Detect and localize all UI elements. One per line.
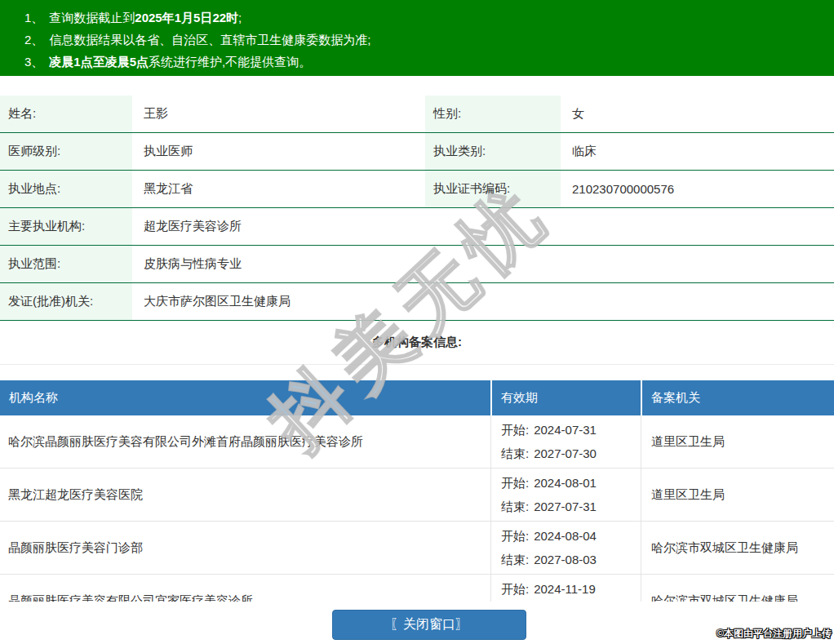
notice-text-segment: 凌晨1点至凌晨5点 xyxy=(49,55,149,69)
info-row: 执业地点:黑龙江省执业证书编码:210230700000576 xyxy=(0,171,834,208)
validity-cell: 开始:2024-07-31结束:2027-07-30 xyxy=(490,415,641,468)
validity-end: 结束:2027-07-30 xyxy=(501,442,641,465)
validity-start: 开始:2024-08-04 xyxy=(501,524,641,548)
notice-line-2: 2、信息数据结果以各省、自治区、直辖市卫生健康委数据为准; xyxy=(24,29,826,51)
start-label: 开始: xyxy=(501,529,529,543)
notice-number: 1、 xyxy=(24,11,43,24)
validity-end: 结束:2027-07-31 xyxy=(501,495,641,518)
info-row: 医师级别:执业医师执业类别:临床 xyxy=(0,133,834,171)
field-label: 执业范围: xyxy=(0,246,132,282)
field-label: 执业地点: xyxy=(0,171,132,207)
field-value: 王影 xyxy=(132,95,425,132)
field-value: 黑龙江省 xyxy=(132,171,425,207)
end-date: 2027-07-31 xyxy=(534,500,597,513)
records-section-title: 多机构备案信息: xyxy=(0,321,834,365)
start-label: 开始: xyxy=(501,423,529,437)
end-label: 结束: xyxy=(501,553,529,566)
field-value: 女 xyxy=(561,95,834,132)
field-label: 执业证书编码: xyxy=(425,171,561,207)
field-label: 主要执业机构: xyxy=(0,208,132,245)
table-row: 晶颜丽肤医疗美容门诊部开始:2024-08-04结束:2027-08-03哈尔滨… xyxy=(0,522,834,575)
records-gap xyxy=(0,365,834,380)
agency-cell: 哈尔滨市双城区卫生健康局 xyxy=(641,522,834,574)
field-value: 超龙医疗美容诊所 xyxy=(132,208,834,245)
start-label: 开始: xyxy=(501,582,529,596)
end-date: 2027-08-03 xyxy=(534,553,597,566)
validity-end: 结束:2027-08-03 xyxy=(501,548,641,571)
table-row: 哈尔滨晶颜丽肤医疗美容有限公司外滩首府晶颜丽肤医疗美容诊所开始:2024-07-… xyxy=(0,415,834,469)
institution-name-cell: 哈尔滨晶颜丽肤医疗美容有限公司外滩首府晶颜丽肤医疗美容诊所 xyxy=(0,415,490,468)
doctor-info-table: 姓名:王影性别:女医师级别:执业医师执业类别:临床执业地点:黑龙江省执业证书编码… xyxy=(0,95,834,321)
notice-number: 3、 xyxy=(24,55,43,69)
table-row: 黑龙江超龙医疗美容医院开始:2024-08-01结束:2027-07-31道里区… xyxy=(0,469,834,522)
notice-line-3: 3、凌晨1点至凌晨5点系统进行维护,不能提供查询。 xyxy=(24,51,826,73)
field-label: 性别: xyxy=(425,95,561,132)
end-date: 2027-07-30 xyxy=(534,446,597,460)
column-header-col-agency: 备案机关 xyxy=(641,380,834,415)
institution-name-cell: 黑龙江超龙医疗美容医院 xyxy=(0,469,490,521)
field-value: 大庆市萨尔图区卫生健康局 xyxy=(132,283,834,320)
footer-bar: 〖关闭窗口〗 ©本图由平台注册用户上传 xyxy=(0,602,834,644)
info-row: 姓名:王影性别:女 xyxy=(0,95,834,133)
agency-cell: 道里区卫生局 xyxy=(641,415,834,468)
notice-text-segment: 2025年1月5日22时 xyxy=(135,11,238,24)
validity-cell: 开始:2024-08-04结束:2027-08-03 xyxy=(490,522,641,574)
info-row: 主要执业机构:超龙医疗美容诊所 xyxy=(0,208,834,246)
info-row: 发证(批准)机关:大庆市萨尔图区卫生健康局 xyxy=(0,283,834,321)
notice-number: 2、 xyxy=(24,33,43,47)
notice-banner: 1、查询数据截止到2025年1月5日22时;2、信息数据结果以各省、自治区、直辖… xyxy=(0,0,834,76)
start-date: 2024-11-19 xyxy=(534,582,596,596)
field-value: 皮肤病与性病专业 xyxy=(132,246,834,282)
info-row: 执业范围:皮肤病与性病专业 xyxy=(0,246,834,283)
records-table: 机构名称有效期备案机关 哈尔滨晶颜丽肤医疗美容有限公司外滩首府晶颜丽肤医疗美容诊… xyxy=(0,380,834,628)
validity-start: 开始:2024-08-01 xyxy=(501,471,641,495)
start-date: 2024-08-04 xyxy=(534,529,597,543)
start-date: 2024-07-31 xyxy=(534,423,597,437)
validity-cell: 开始:2024-08-01结束:2027-07-31 xyxy=(490,469,641,521)
records-table-body: 哈尔滨晶颜丽肤医疗美容有限公司外滩首府晶颜丽肤医疗美容诊所开始:2024-07-… xyxy=(0,415,834,628)
column-header-col-validity: 有效期 xyxy=(490,380,641,415)
start-label: 开始: xyxy=(501,476,529,490)
field-value: 210230700000576 xyxy=(561,171,834,207)
field-label: 发证(批准)机关: xyxy=(0,283,132,320)
validity-start: 开始:2024-07-31 xyxy=(501,418,641,442)
column-header-col-name: 机构名称 xyxy=(0,380,490,415)
notice-line-1: 1、查询数据截止到2025年1月5日22时; xyxy=(24,7,826,29)
doctor-query-result-page: 1、查询数据截止到2025年1月5日22时;2、信息数据结果以各省、自治区、直辖… xyxy=(0,0,834,644)
agency-cell: 道里区卫生局 xyxy=(641,469,834,521)
notice-text-segment: 信息数据结果以各省、自治区、直辖市卫生健康委数据为准; xyxy=(49,33,370,47)
copyright-watermark: ©本图由平台注册用户上传 xyxy=(716,627,832,641)
end-label: 结束: xyxy=(501,500,529,513)
notice-text-segment: ; xyxy=(238,11,242,24)
field-label: 姓名: xyxy=(0,95,132,132)
institution-name-cell: 晶颜丽肤医疗美容门诊部 xyxy=(0,522,490,574)
records-table-header: 机构名称有效期备案机关 xyxy=(0,380,834,415)
notice-text-segment: 系统进行维护,不能提供查询。 xyxy=(149,55,311,69)
start-date: 2024-08-01 xyxy=(534,476,597,490)
field-value: 临床 xyxy=(561,133,834,170)
validity-start: 开始:2024-11-19 xyxy=(501,577,641,601)
notice-text-segment: 查询数据截止到 xyxy=(49,11,135,24)
field-value: 执业医师 xyxy=(132,133,425,170)
field-label: 医师级别: xyxy=(0,133,132,170)
end-label: 结束: xyxy=(501,446,529,460)
close-window-button[interactable]: 〖关闭窗口〗 xyxy=(332,610,526,640)
field-label: 执业类别: xyxy=(425,133,561,170)
